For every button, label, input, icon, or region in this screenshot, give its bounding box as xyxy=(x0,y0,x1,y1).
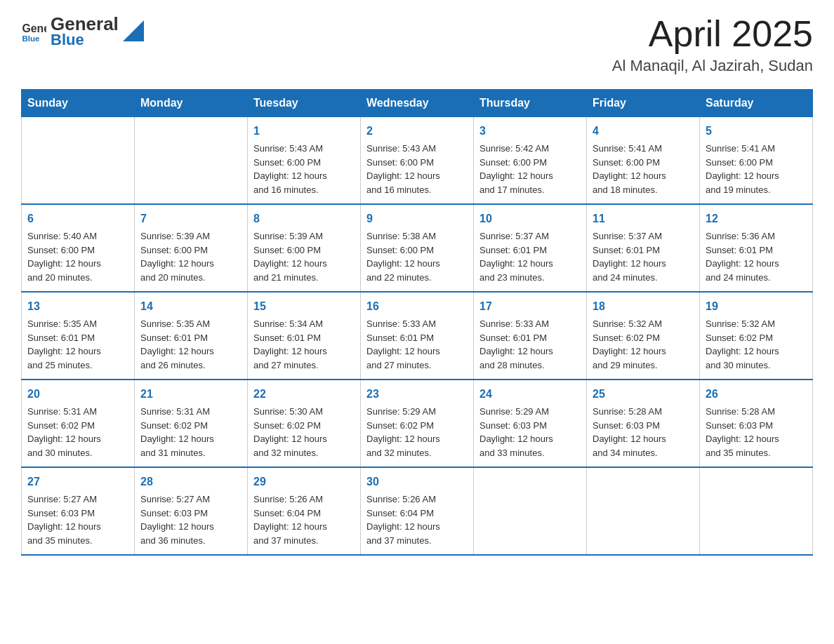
day-number: 11 xyxy=(593,210,694,227)
day-info: Sunrise: 5:32 AM Sunset: 6:02 PM Dayligh… xyxy=(706,317,807,372)
calendar-week-2: 6Sunrise: 5:40 AM Sunset: 6:00 PM Daylig… xyxy=(22,204,813,292)
day-info: Sunrise: 5:33 AM Sunset: 6:01 PM Dayligh… xyxy=(366,317,468,372)
calendar-cell: 14Sunrise: 5:35 AM Sunset: 6:01 PM Dayli… xyxy=(135,292,248,380)
calendar-cell: 12Sunrise: 5:36 AM Sunset: 6:01 PM Dayli… xyxy=(700,204,813,292)
day-number: 14 xyxy=(140,298,241,315)
day-number: 7 xyxy=(140,210,241,227)
day-of-week-wednesday: Wednesday xyxy=(361,90,474,117)
title-block: April 2025 Al Manaqil, Al Jazirah, Sudan xyxy=(612,14,813,75)
day-info: Sunrise: 5:32 AM Sunset: 6:02 PM Dayligh… xyxy=(593,317,694,372)
day-info: Sunrise: 5:35 AM Sunset: 6:01 PM Dayligh… xyxy=(27,317,128,372)
calendar-cell: 19Sunrise: 5:32 AM Sunset: 6:02 PM Dayli… xyxy=(700,292,813,380)
calendar-table: SundayMondayTuesdayWednesdayThursdayFrid… xyxy=(21,89,813,556)
logo-triangle-icon xyxy=(123,20,144,41)
day-info: Sunrise: 5:41 AM Sunset: 6:00 PM Dayligh… xyxy=(593,142,694,196)
day-number: 2 xyxy=(366,123,468,140)
day-info: Sunrise: 5:35 AM Sunset: 6:01 PM Dayligh… xyxy=(140,317,241,372)
day-number: 23 xyxy=(366,386,468,403)
day-number: 12 xyxy=(706,210,807,227)
day-info: Sunrise: 5:26 AM Sunset: 6:04 PM Dayligh… xyxy=(253,492,355,547)
day-of-week-monday: Monday xyxy=(135,90,248,117)
day-number: 6 xyxy=(27,210,128,227)
day-info: Sunrise: 5:31 AM Sunset: 6:02 PM Dayligh… xyxy=(140,405,241,459)
day-info: Sunrise: 5:39 AM Sunset: 6:00 PM Dayligh… xyxy=(140,229,241,284)
day-number: 1 xyxy=(253,123,355,140)
calendar-cell xyxy=(474,467,587,555)
day-info: Sunrise: 5:29 AM Sunset: 6:03 PM Dayligh… xyxy=(479,405,581,459)
calendar-cell: 27Sunrise: 5:27 AM Sunset: 6:03 PM Dayli… xyxy=(22,467,135,555)
day-of-week-friday: Friday xyxy=(587,90,700,117)
calendar-cell: 23Sunrise: 5:29 AM Sunset: 6:02 PM Dayli… xyxy=(361,380,474,467)
calendar-cell: 7Sunrise: 5:39 AM Sunset: 6:00 PM Daylig… xyxy=(135,204,248,292)
day-number: 3 xyxy=(479,123,581,140)
calendar-cell xyxy=(587,467,700,555)
days-of-week-row: SundayMondayTuesdayWednesdayThursdayFrid… xyxy=(22,90,813,117)
day-number: 17 xyxy=(479,298,581,315)
day-info: Sunrise: 5:43 AM Sunset: 6:00 PM Dayligh… xyxy=(253,142,355,196)
day-info: Sunrise: 5:29 AM Sunset: 6:02 PM Dayligh… xyxy=(366,405,468,459)
logo: General Blue General Blue xyxy=(21,14,144,48)
day-number: 21 xyxy=(140,386,241,403)
day-of-week-thursday: Thursday xyxy=(474,90,587,117)
day-info: Sunrise: 5:39 AM Sunset: 6:00 PM Dayligh… xyxy=(253,229,355,284)
calendar-week-3: 13Sunrise: 5:35 AM Sunset: 6:01 PM Dayli… xyxy=(22,292,813,380)
svg-text:General: General xyxy=(22,23,46,35)
day-of-week-saturday: Saturday xyxy=(700,90,813,117)
calendar-cell: 1Sunrise: 5:43 AM Sunset: 6:00 PM Daylig… xyxy=(248,117,361,205)
location: Al Manaqil, Al Jazirah, Sudan xyxy=(612,57,813,75)
calendar-body: 1Sunrise: 5:43 AM Sunset: 6:00 PM Daylig… xyxy=(22,117,813,556)
day-number: 9 xyxy=(366,210,468,227)
calendar-cell: 13Sunrise: 5:35 AM Sunset: 6:01 PM Dayli… xyxy=(22,292,135,380)
calendar-cell: 25Sunrise: 5:28 AM Sunset: 6:03 PM Dayli… xyxy=(587,380,700,467)
calendar-header: SundayMondayTuesdayWednesdayThursdayFrid… xyxy=(22,90,813,117)
calendar-week-1: 1Sunrise: 5:43 AM Sunset: 6:00 PM Daylig… xyxy=(22,117,813,205)
calendar-cell: 11Sunrise: 5:37 AM Sunset: 6:01 PM Dayli… xyxy=(587,204,700,292)
day-number: 4 xyxy=(593,123,694,140)
day-info: Sunrise: 5:38 AM Sunset: 6:00 PM Dayligh… xyxy=(366,229,468,284)
day-info: Sunrise: 5:31 AM Sunset: 6:02 PM Dayligh… xyxy=(27,405,128,459)
calendar-cell: 20Sunrise: 5:31 AM Sunset: 6:02 PM Dayli… xyxy=(22,380,135,467)
day-number: 26 xyxy=(706,386,807,403)
day-info: Sunrise: 5:26 AM Sunset: 6:04 PM Dayligh… xyxy=(366,492,468,547)
calendar-cell: 8Sunrise: 5:39 AM Sunset: 6:00 PM Daylig… xyxy=(248,204,361,292)
calendar-cell: 15Sunrise: 5:34 AM Sunset: 6:01 PM Dayli… xyxy=(248,292,361,380)
calendar-cell xyxy=(22,117,135,205)
day-number: 24 xyxy=(479,386,581,403)
day-info: Sunrise: 5:37 AM Sunset: 6:01 PM Dayligh… xyxy=(593,229,694,284)
day-number: 13 xyxy=(27,298,128,315)
calendar-cell xyxy=(135,117,248,205)
day-number: 20 xyxy=(27,386,128,403)
day-info: Sunrise: 5:27 AM Sunset: 6:03 PM Dayligh… xyxy=(140,492,241,547)
day-number: 18 xyxy=(593,298,694,315)
calendar-cell: 29Sunrise: 5:26 AM Sunset: 6:04 PM Dayli… xyxy=(248,467,361,555)
day-number: 28 xyxy=(140,474,241,490)
day-number: 30 xyxy=(366,474,468,490)
calendar-cell: 16Sunrise: 5:33 AM Sunset: 6:01 PM Dayli… xyxy=(361,292,474,380)
calendar-cell: 4Sunrise: 5:41 AM Sunset: 6:00 PM Daylig… xyxy=(587,117,700,205)
day-number: 22 xyxy=(253,386,355,403)
calendar-cell: 30Sunrise: 5:26 AM Sunset: 6:04 PM Dayli… xyxy=(361,467,474,555)
calendar-week-4: 20Sunrise: 5:31 AM Sunset: 6:02 PM Dayli… xyxy=(22,380,813,467)
calendar-cell: 24Sunrise: 5:29 AM Sunset: 6:03 PM Dayli… xyxy=(474,380,587,467)
day-info: Sunrise: 5:41 AM Sunset: 6:00 PM Dayligh… xyxy=(706,142,807,196)
calendar-cell: 26Sunrise: 5:28 AM Sunset: 6:03 PM Dayli… xyxy=(700,380,813,467)
day-info: Sunrise: 5:37 AM Sunset: 6:01 PM Dayligh… xyxy=(479,229,581,284)
calendar-cell: 6Sunrise: 5:40 AM Sunset: 6:00 PM Daylig… xyxy=(22,204,135,292)
calendar-cell: 9Sunrise: 5:38 AM Sunset: 6:00 PM Daylig… xyxy=(361,204,474,292)
day-info: Sunrise: 5:36 AM Sunset: 6:01 PM Dayligh… xyxy=(706,229,807,284)
day-info: Sunrise: 5:28 AM Sunset: 6:03 PM Dayligh… xyxy=(706,405,807,459)
day-info: Sunrise: 5:30 AM Sunset: 6:02 PM Dayligh… xyxy=(253,405,355,459)
svg-marker-2 xyxy=(123,20,144,41)
day-info: Sunrise: 5:43 AM Sunset: 6:00 PM Dayligh… xyxy=(366,142,468,196)
svg-text:Blue: Blue xyxy=(22,35,40,43)
day-number: 25 xyxy=(593,386,694,403)
page-header: General Blue General Blue April 2025 Al … xyxy=(21,14,813,75)
calendar-cell: 5Sunrise: 5:41 AM Sunset: 6:00 PM Daylig… xyxy=(700,117,813,205)
day-info: Sunrise: 5:42 AM Sunset: 6:00 PM Dayligh… xyxy=(479,142,581,196)
calendar-cell: 2Sunrise: 5:43 AM Sunset: 6:00 PM Daylig… xyxy=(361,117,474,205)
day-of-week-sunday: Sunday xyxy=(22,90,135,117)
calendar-cell: 17Sunrise: 5:33 AM Sunset: 6:01 PM Dayli… xyxy=(474,292,587,380)
day-info: Sunrise: 5:40 AM Sunset: 6:00 PM Dayligh… xyxy=(27,229,128,284)
day-number: 29 xyxy=(253,474,355,490)
logo-icon: General Blue xyxy=(21,18,46,43)
